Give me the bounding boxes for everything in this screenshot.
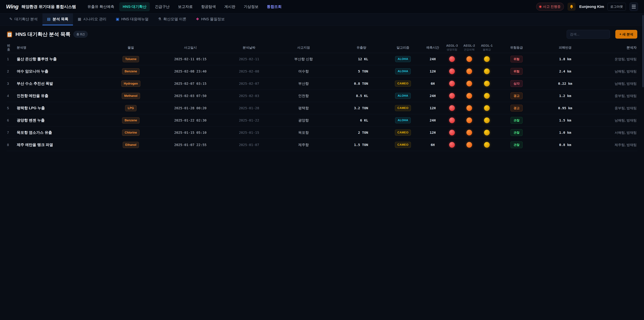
analysis-date: 2025-02-11 (230, 57, 268, 61)
accident-location: 제주항 (268, 142, 339, 147)
table-row[interactable]: 6 광양항 벤젠 누출 Benzene 2025-01-22 02:30 202… (7, 114, 637, 127)
page-title: HNS 대기확산 분석 목록 (16, 31, 70, 38)
analyst: 남해팀, 방재팀 (593, 69, 637, 74)
substance-badge: Hydrogen (121, 81, 140, 87)
nav-item-oil-spill[interactable]: 유출유 확산예측 (84, 2, 118, 11)
accident-location: 광양항 (268, 118, 339, 123)
aegl1-indicator (484, 69, 490, 74)
spill-amount: 6 KL (339, 118, 384, 122)
algorithm-badge: CAMEO (395, 142, 411, 148)
analysis-name: 울산 온산항 톨루엔 누출 (17, 57, 111, 62)
table-row[interactable]: 1 울산 온산항 톨루엔 누출 Toluene 2025-02-11 05:15… (7, 53, 637, 65)
table-row[interactable]: 3 부산 수소 추진선 폭발 Hydrogen 2025-02-07 03:15… (7, 78, 637, 90)
tab-substance-info[interactable]: ❖ HNS 물질정보 (191, 14, 230, 25)
aegl2-indicator (466, 117, 472, 123)
nav-item-hns-dispersion[interactable]: HNS·대기확산 (119, 2, 150, 11)
accident-datetime: 2025-01-28 00:20 (151, 106, 230, 110)
analyst: 중부팀, 방재팀 (593, 106, 637, 110)
list-icon: ▤ (47, 17, 51, 21)
tab-label: 시나리오 관리 (83, 17, 106, 22)
nav-item-weather[interactable]: 기상정보 (240, 2, 262, 11)
row-number: 3 (7, 82, 17, 86)
logout-button[interactable]: 로그아웃 (608, 3, 626, 11)
col-aegl1: AEGL-1불쾌감 (478, 44, 496, 52)
analysis-name: 목포항 염소가스 유출 (17, 130, 111, 135)
col-aegl3: AEGL-3생명위험 (444, 44, 460, 52)
forecast-duration: 12H (422, 69, 444, 73)
nav-item-rescue[interactable]: 긴급구난 (152, 2, 173, 11)
grid-icon: ▦ (78, 17, 81, 21)
sub-tab-bar: ✎ 대기확산 분석 ▤ 분석 목록 ▦ 시나리오 관리 ▣ HNS 대응매뉴얼 … (0, 14, 644, 26)
col-location: 사고지점 (268, 46, 339, 50)
accident-location: 목포항 (268, 130, 339, 135)
col-analysis-date: 분석날짜 (230, 46, 268, 50)
accident-location: 부산항 신항 (268, 57, 339, 61)
col-analyst: 분석자 (593, 45, 637, 50)
nav-item-reports[interactable]: 보고자료 (174, 2, 196, 11)
col-forecast: 예측시간 (422, 46, 444, 50)
tab-model-theory[interactable]: ⚗ 확산모델 이론 (153, 14, 191, 25)
accident-location: 평택항 (268, 106, 339, 110)
table-row[interactable]: 8 제주 에탄올 탱크 파열 Ethanol 2025-01-07 22:55 … (7, 139, 637, 151)
forecast-duration: 12H (422, 131, 444, 135)
analyst: 남해팀, 방재팀 (593, 81, 637, 86)
spill-amount: 5 TON (339, 69, 384, 73)
substance-badge: Benzene (122, 68, 140, 75)
algorithm-badge: CAMEO (395, 105, 411, 111)
aegl2-indicator (466, 93, 472, 99)
forecast-duration: 6H (422, 82, 444, 86)
accident-location: 인천항 (268, 94, 339, 98)
aegl2-indicator (466, 69, 472, 74)
menu-button[interactable] (630, 3, 638, 11)
row-number: 8 (7, 143, 17, 147)
nav-item-air-search[interactable]: 항공탐색 (198, 2, 219, 11)
tab-label: 확산모델 이론 (163, 17, 186, 22)
nav-item-integrated-search[interactable]: 통합조회 (264, 2, 285, 11)
nav-item-board[interactable]: 게시판 (221, 2, 239, 11)
tab-hns-manual[interactable]: ▣ HNS 대응매뉴얼 (111, 14, 153, 25)
algorithm-badge: ALOHA (395, 56, 411, 62)
tab-analysis-list[interactable]: ▤ 분석 목록 (42, 14, 73, 25)
aegl3-indicator (449, 142, 455, 148)
damage-radius: 1.5 km (538, 118, 593, 122)
damage-radius: 1.8 km (538, 57, 593, 61)
tab-label: HNS 대응매뉴얼 (121, 17, 148, 22)
accident-datetime: 2025-01-07 22:55 (151, 143, 230, 147)
aegl3-indicator (449, 105, 455, 111)
analysis-date: 2025-01-22 (230, 118, 268, 122)
forecast-duration: 24H (422, 94, 444, 98)
page-header: HNS 대기확산 분석 목록 총 8건 + 새 분석 (7, 30, 637, 39)
row-number: 1 (7, 57, 17, 61)
system-title: 해양환경 위기대응 통합시스템 (22, 4, 76, 10)
analyst: 운영팀, 방재팀 (593, 57, 637, 61)
col-name: 분석명 (17, 46, 111, 50)
analysis-name: 여수 암모니아 누출 (17, 69, 111, 74)
substance-badge: Chlorine (122, 130, 139, 136)
row-number: 6 (7, 119, 17, 122)
scrollbar-thumb[interactable] (642, 15, 644, 87)
accident-datetime: 2025-01-15 05:10 (151, 131, 230, 135)
substance-badge: Methanol (122, 93, 140, 99)
molecule-icon: ❖ (196, 17, 199, 21)
table-row[interactable]: 2 여수 암모니아 누출 Benzene 2025-02-08 23:40 20… (7, 65, 637, 78)
forecast-duration: 6H (422, 143, 444, 147)
accident-location: 부산항 (268, 81, 339, 86)
tab-dispersion-analysis[interactable]: ✎ 대기확산 분석 (5, 14, 42, 25)
col-risk: 위험등급 (496, 46, 538, 50)
table-row[interactable]: 4 인천항 메탄올 유출 Methanol 2025-02-03 07:50 2… (7, 90, 637, 102)
accident-location: 여수항 (268, 69, 339, 74)
new-analysis-button[interactable]: + 새 분석 (615, 30, 637, 39)
table-row[interactable]: 7 목포항 염소가스 유출 Chlorine 2025-01-15 05:10 … (7, 127, 637, 139)
col-radius: 피해반경 (538, 46, 593, 50)
substance-badge: Benzene (122, 117, 140, 124)
row-number: 5 (7, 106, 17, 110)
search-input[interactable] (567, 30, 610, 39)
tab-scenario-management[interactable]: ▦ 시나리오 관리 (73, 14, 111, 25)
analysis-name: 평택항 LPG 누출 (17, 106, 111, 111)
table-row[interactable]: 5 평택항 LPG 누출 LPG 2025-01-28 00:20 2025-0… (7, 102, 637, 114)
incident-status-badge[interactable]: 사고 진행중 (536, 3, 564, 11)
risk-badge: 관찰 (510, 117, 522, 124)
notifications-button[interactable] (568, 3, 576, 11)
algorithm-badge: ALOHA (395, 117, 411, 123)
col-substance: 물질 (111, 46, 151, 50)
